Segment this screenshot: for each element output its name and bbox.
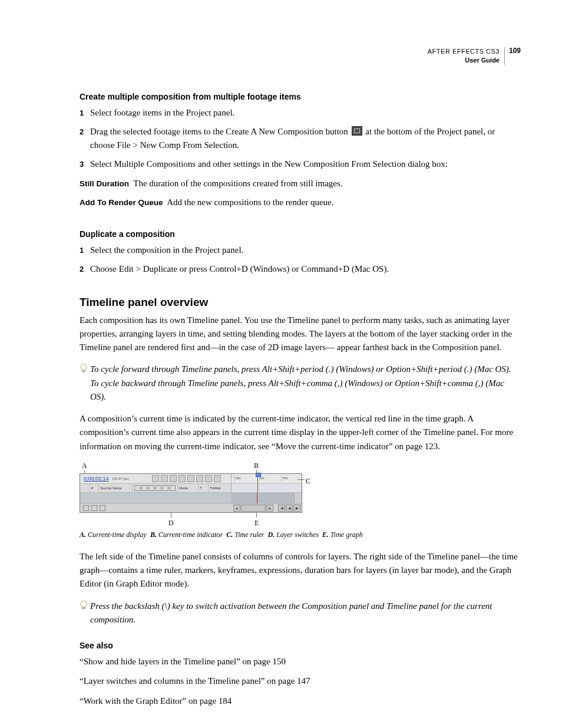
col-source-name: Source Name <box>99 484 133 492</box>
heading-see-also: See also <box>80 641 521 650</box>
time-ruler: 00s 02s 04s <box>231 474 300 483</box>
col-trkmat: TrkMat <box>209 484 232 492</box>
heading-timeline-overview: Timeline panel overview <box>80 296 521 309</box>
step-text: Choose Edit > Duplicate or press Control… <box>90 262 521 276</box>
ruler-tick-label: 00s <box>236 476 241 480</box>
step-text-before: Drag the selected footage items to the C… <box>90 127 351 136</box>
definition-still-duration: Still Duration The duration of the compo… <box>80 177 521 190</box>
tip-backslash: Press the backslash (\) key to switch ac… <box>80 599 521 627</box>
col-mode: Mode <box>178 484 199 492</box>
step-text: Select the composition in the Project pa… <box>90 243 521 257</box>
tip-cycle-panels: To cycle forward through Timeline panels… <box>80 363 521 404</box>
step-2: 2 Drag the selected footage items to the… <box>80 125 521 151</box>
callout-c: C <box>306 477 310 486</box>
lightbulb-icon <box>80 363 90 374</box>
paragraph: The left side of the Timeline panel cons… <box>80 550 521 591</box>
step-1: 1 Select the composition in the Project … <box>80 243 521 257</box>
callout-d: D <box>168 519 174 528</box>
see-also-link: “Work with the Graph Editor” on page 184 <box>80 694 521 708</box>
svg-rect-1 <box>82 370 85 372</box>
zoom-slider: ▲ ▲ <box>233 505 273 512</box>
heading-create-multiple: Create multiple composition from multipl… <box>80 92 521 101</box>
document-page: AFTER EFFECTS CS3 User Guide 109 Create … <box>0 0 562 728</box>
svg-point-0 <box>81 364 87 371</box>
new-composition-icon <box>352 126 362 136</box>
definition: The duration of the compositions created… <box>133 179 342 188</box>
fps-label: (29.97 fps) <box>113 477 130 480</box>
timeline-panel-mock: 0;00;02;14 (29.97 fps) 00s 02s 04s <box>80 473 302 513</box>
step-number: 1 <box>80 243 90 256</box>
callout-b: B <box>254 462 259 470</box>
layer-switches <box>133 484 178 492</box>
callout-a: A <box>82 462 87 470</box>
step-number: 3 <box>80 157 90 170</box>
step-text: Select Multiple Compositions and other s… <box>90 157 521 171</box>
see-also-link: “Show and hide layers in the Timeline pa… <box>80 655 521 668</box>
guide-label: User Guide <box>428 56 500 65</box>
product-name: AFTER EFFECTS CS3 <box>428 47 500 56</box>
header-text: AFTER EFFECTS CS3 User Guide <box>428 47 505 65</box>
col-t: T <box>199 484 209 492</box>
definition: Add the new compositions to the render q… <box>167 197 333 207</box>
svg-point-2 <box>81 601 87 607</box>
svg-rect-3 <box>82 607 85 609</box>
timeline-toggle-icons <box>80 505 106 511</box>
step-2: 2 Choose Edit > Duplicate or press Contr… <box>80 262 521 276</box>
heading-duplicate: Duplicate a composition <box>80 229 521 239</box>
time-graph <box>231 493 293 503</box>
step-text: Drag the selected footage items to the C… <box>90 125 521 151</box>
paragraph: Each composition has its own Timeline pa… <box>80 314 521 355</box>
step-text: Select footage items in the Project pane… <box>90 106 521 120</box>
step-number: 2 <box>80 262 90 275</box>
lightbulb-icon <box>80 599 90 611</box>
running-header: AFTER EFFECTS CS3 User Guide 109 <box>80 47 521 65</box>
callout-e: E <box>254 519 259 528</box>
figure-caption: A. Current-time display B. Current-time … <box>80 531 521 539</box>
graph-nav-buttons: ◀◀▶ <box>278 505 300 512</box>
step-3: 3 Select Multiple Compositions and other… <box>80 157 521 171</box>
scrollbar <box>294 493 302 503</box>
see-also-link: “Layer switches and columns in the Timel… <box>80 674 521 688</box>
term: Add To Render Queue <box>80 198 163 207</box>
tip-text: Press the backslash (\) key to switch ac… <box>90 599 521 627</box>
timeline-tool-icons <box>152 475 221 482</box>
step-1: 1 Select footage items in the Project pa… <box>80 106 521 120</box>
timeline-panel-diagram: A B 0;00;02;14 (29.97 fps) 00s 02s <box>80 462 302 527</box>
tip-text: To cycle forward through Timeline panels… <box>90 363 521 404</box>
current-time-display: 0;00;02;14 <box>80 476 113 482</box>
page-number: 109 <box>505 47 521 54</box>
current-time-indicator <box>257 474 258 483</box>
ruler-tick-label: 04s <box>283 476 288 480</box>
definition-add-to-render-queue: Add To Render Queue Add the new composit… <box>80 196 521 209</box>
term: Still Duration <box>80 179 129 188</box>
step-number: 2 <box>80 125 90 138</box>
step-number: 1 <box>80 106 90 119</box>
paragraph: A composition’s current time is indicate… <box>80 412 521 453</box>
